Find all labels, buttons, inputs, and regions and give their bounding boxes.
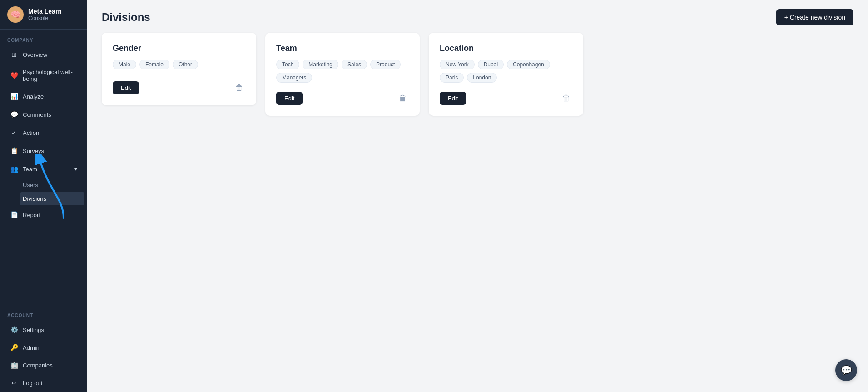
sidebar-item-label: Settings [23, 327, 44, 333]
page-title: Divisions [102, 11, 150, 24]
app-name: Meta Learn Console [28, 8, 62, 21]
sidebar-item-label: Action [23, 129, 39, 136]
tag-tech: Tech [276, 60, 299, 69]
sidebar-item-overview[interactable]: ⊞ Overview [3, 46, 84, 63]
sidebar-item-divisions[interactable]: Divisions [20, 192, 84, 205]
sidebar-item-comments[interactable]: 💬 Comments [3, 106, 84, 123]
tag-product: Product [370, 60, 401, 69]
action-icon: ✓ [10, 129, 18, 137]
sidebar-item-label: Analyze [23, 93, 44, 100]
sidebar-item-users[interactable]: Users [23, 179, 84, 192]
location-card-footer: Edit 🗑 [440, 92, 572, 105]
gender-tags: Male Female Other [113, 60, 245, 69]
tag-copenhagen: Copenhagen [507, 60, 550, 69]
logout-icon: ↩ [10, 379, 18, 387]
delete-location-button[interactable]: 🗑 [560, 92, 572, 105]
card-title-team: Team [276, 44, 409, 53]
sidebar-bottom: ACCOUNT ⚙️ Settings 🔑 Admin 🏢 Companies … [0, 305, 87, 392]
delete-team-button[interactable]: 🗑 [397, 92, 409, 105]
sidebar-item-analyze[interactable]: 📊 Analyze [3, 88, 84, 105]
tag-sales: Sales [342, 60, 367, 69]
division-card-location: Location New York Dubai Copenhagen Paris… [429, 33, 583, 116]
edit-gender-button[interactable]: Edit [113, 81, 139, 94]
wellbeing-icon: ❤️ [10, 71, 18, 79]
location-tags: New York Dubai Copenhagen Paris London [440, 60, 572, 83]
sidebar-item-label: Comments [23, 111, 51, 118]
sidebar-item-label: Team [23, 166, 37, 173]
avatar: 🧠 [7, 6, 24, 23]
delete-gender-button[interactable]: 🗑 [233, 81, 245, 94]
sidebar-item-label: Companies [23, 362, 53, 369]
card-title-gender: Gender [113, 44, 245, 53]
chat-icon: 💬 [841, 365, 852, 376]
sidebar-item-label: Overview [23, 51, 47, 58]
surveys-icon: 📋 [10, 147, 18, 155]
account-section-label: ACCOUNT [0, 305, 87, 321]
team-card-footer: Edit 🗑 [276, 92, 409, 105]
tag-managers: Managers [276, 73, 312, 83]
tag-new-york: New York [440, 60, 475, 69]
sidebar-item-logout[interactable]: ↩ Log out [3, 374, 84, 392]
tag-other: Other [173, 60, 198, 69]
settings-icon: ⚙️ [10, 326, 18, 334]
report-icon: 📄 [10, 211, 18, 219]
companies-icon: 🏢 [10, 361, 18, 369]
app-subtitle: Console [28, 15, 62, 21]
sidebar-item-label: Admin [23, 344, 40, 351]
chevron-down-icon: ▾ [74, 166, 77, 172]
tag-male: Male [113, 60, 136, 69]
sidebar-item-label: Report [23, 212, 40, 218]
page-header: Divisions + Create new division [87, 0, 868, 33]
sidebar-item-label: Psychological well-being [23, 69, 77, 82]
division-card-gender: Gender Male Female Other Edit 🗑 [102, 33, 256, 105]
sidebar-item-report[interactable]: 📄 Report [3, 206, 84, 223]
tag-london: London [467, 73, 497, 83]
team-icon: 👥 [10, 165, 18, 173]
users-label: Users [23, 182, 38, 189]
app-title: Meta Learn [28, 8, 62, 15]
gender-card-footer: Edit 🗑 [113, 81, 245, 94]
sidebar-item-companies[interactable]: 🏢 Companies [3, 357, 84, 374]
app-logo[interactable]: 🧠 Meta Learn Console [0, 0, 87, 30]
company-section-label: COMPANY [0, 30, 87, 45]
divisions-label: Divisions [23, 195, 46, 202]
sidebar-item-action[interactable]: ✓ Action [3, 124, 84, 141]
edit-location-button[interactable]: Edit [440, 92, 466, 105]
overview-icon: ⊞ [10, 50, 18, 59]
main-content: Divisions + Create new division Gender M… [87, 0, 868, 392]
tag-marketing: Marketing [303, 60, 338, 69]
divisions-grid: Gender Male Female Other Edit 🗑 Team Tec… [87, 33, 868, 127]
division-card-team: Team Tech Marketing Sales Product Manage… [265, 33, 420, 116]
sidebar-item-label: Log out [23, 380, 42, 387]
comments-icon: 💬 [10, 110, 18, 119]
sidebar-item-psychological-wellbeing[interactable]: ❤️ Psychological well-being [3, 64, 84, 87]
sidebar-item-admin[interactable]: 🔑 Admin [3, 339, 84, 356]
sidebar-item-label: Surveys [23, 148, 44, 154]
card-title-location: Location [440, 44, 572, 53]
tag-dubai: Dubai [478, 60, 504, 69]
sidebar-item-surveys[interactable]: 📋 Surveys [3, 142, 84, 159]
tag-female: Female [139, 60, 169, 69]
chat-fab-button[interactable]: 💬 [835, 359, 857, 381]
create-division-button[interactable]: + Create new division [776, 9, 853, 25]
admin-icon: 🔑 [10, 343, 18, 352]
sidebar-item-team[interactable]: 👥 Team ▾ [3, 160, 84, 178]
tag-paris: Paris [440, 73, 464, 83]
sidebar: 🧠 Meta Learn Console COMPANY ⊞ Overview … [0, 0, 87, 392]
analyze-icon: 📊 [10, 92, 18, 100]
team-tags: Tech Marketing Sales Product Managers [276, 60, 409, 83]
edit-team-button[interactable]: Edit [276, 92, 303, 105]
sidebar-item-settings[interactable]: ⚙️ Settings [3, 321, 84, 338]
team-submenu: Users Divisions [0, 178, 87, 206]
